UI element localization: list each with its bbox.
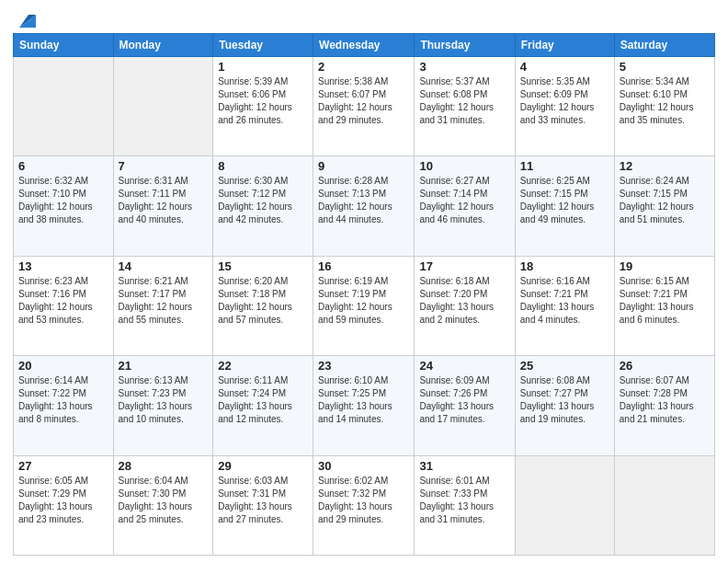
day-number: 28 — [119, 459, 209, 473]
day-info: Sunrise: 6:21 AM Sunset: 7:17 PM Dayligh… — [119, 275, 209, 327]
day-number: 13 — [18, 259, 108, 273]
logo — [13, 13, 36, 31]
day-info: Sunrise: 6:19 AM Sunset: 7:19 PM Dayligh… — [318, 275, 409, 327]
calendar-cell: 14Sunrise: 6:21 AM Sunset: 7:17 PM Dayli… — [113, 256, 213, 355]
calendar-cell: 12Sunrise: 6:24 AM Sunset: 7:15 PM Dayli… — [614, 156, 714, 256]
day-info: Sunrise: 6:27 AM Sunset: 7:14 PM Dayligh… — [419, 175, 509, 226]
calendar-table: SundayMondayTuesdayWednesdayThursdayFrid… — [13, 33, 715, 556]
day-number: 7 — [119, 159, 209, 173]
day-info: Sunrise: 6:32 AM Sunset: 7:10 PM Dayligh… — [18, 175, 108, 226]
day-info: Sunrise: 6:28 AM Sunset: 7:13 PM Dayligh… — [318, 175, 409, 226]
day-info: Sunrise: 6:01 AM Sunset: 7:33 PM Dayligh… — [419, 475, 509, 526]
day-info: Sunrise: 6:14 AM Sunset: 7:22 PM Dayligh… — [18, 374, 108, 426]
calendar-cell: 30Sunrise: 6:02 AM Sunset: 7:32 PM Dayli… — [313, 455, 415, 555]
day-info: Sunrise: 5:35 AM Sunset: 6:09 PM Dayligh… — [520, 75, 609, 127]
week-row-1: 6Sunrise: 6:32 AM Sunset: 7:10 PM Daylig… — [14, 156, 715, 256]
day-number: 27 — [18, 459, 108, 473]
weekday-wednesday: Wednesday — [313, 34, 415, 57]
day-number: 23 — [318, 359, 409, 373]
day-info: Sunrise: 6:09 AM Sunset: 7:26 PM Dayligh… — [419, 374, 509, 426]
day-number: 12 — [620, 159, 710, 173]
day-info: Sunrise: 6:30 AM Sunset: 7:12 PM Dayligh… — [218, 175, 308, 226]
day-info: Sunrise: 6:02 AM Sunset: 7:32 PM Dayligh… — [318, 475, 409, 526]
day-number: 4 — [520, 60, 609, 74]
day-info: Sunrise: 6:15 AM Sunset: 7:21 PM Dayligh… — [620, 275, 710, 327]
weekday-sunday: Sunday — [14, 34, 114, 57]
calendar-header: SundayMondayTuesdayWednesdayThursdayFrid… — [14, 34, 715, 57]
week-row-0: 1Sunrise: 5:39 AM Sunset: 6:06 PM Daylig… — [14, 57, 715, 156]
day-info: Sunrise: 6:25 AM Sunset: 7:15 PM Dayligh… — [520, 175, 609, 226]
day-info: Sunrise: 6:03 AM Sunset: 7:31 PM Dayligh… — [218, 475, 308, 526]
calendar-cell: 11Sunrise: 6:25 AM Sunset: 7:15 PM Dayli… — [515, 156, 614, 256]
day-info: Sunrise: 5:37 AM Sunset: 6:08 PM Dayligh… — [419, 75, 509, 127]
weekday-header-row: SundayMondayTuesdayWednesdayThursdayFrid… — [14, 34, 715, 57]
day-number: 15 — [218, 259, 308, 273]
day-info: Sunrise: 5:39 AM Sunset: 6:06 PM Dayligh… — [218, 75, 308, 127]
weekday-saturday: Saturday — [614, 34, 714, 57]
calendar-cell: 5Sunrise: 5:34 AM Sunset: 6:10 PM Daylig… — [614, 57, 714, 156]
day-number: 25 — [520, 359, 609, 373]
day-number: 20 — [18, 359, 108, 373]
day-number: 19 — [620, 259, 710, 273]
calendar-cell: 4Sunrise: 5:35 AM Sunset: 6:09 PM Daylig… — [515, 57, 614, 156]
day-number: 2 — [318, 60, 409, 74]
calendar-cell: 15Sunrise: 6:20 AM Sunset: 7:18 PM Dayli… — [213, 256, 313, 355]
weekday-monday: Monday — [113, 34, 213, 57]
calendar-cell — [14, 57, 114, 156]
calendar-cell: 13Sunrise: 6:23 AM Sunset: 7:16 PM Dayli… — [14, 256, 114, 355]
calendar-cell: 1Sunrise: 5:39 AM Sunset: 6:06 PM Daylig… — [213, 57, 313, 156]
calendar-cell: 3Sunrise: 5:37 AM Sunset: 6:08 PM Daylig… — [415, 57, 515, 156]
calendar-cell: 26Sunrise: 6:07 AM Sunset: 7:28 PM Dayli… — [614, 356, 714, 455]
calendar-cell: 29Sunrise: 6:03 AM Sunset: 7:31 PM Dayli… — [213, 455, 313, 555]
day-info: Sunrise: 6:24 AM Sunset: 7:15 PM Dayligh… — [620, 175, 710, 226]
weekday-tuesday: Tuesday — [213, 34, 313, 57]
calendar-page: SundayMondayTuesdayWednesdayThursdayFrid… — [0, 0, 728, 563]
calendar-cell: 28Sunrise: 6:04 AM Sunset: 7:30 PM Dayli… — [113, 455, 213, 555]
calendar-cell — [113, 57, 213, 156]
calendar-cell — [614, 455, 714, 555]
day-number: 29 — [218, 459, 308, 473]
week-row-3: 20Sunrise: 6:14 AM Sunset: 7:22 PM Dayli… — [14, 356, 715, 455]
calendar-cell: 6Sunrise: 6:32 AM Sunset: 7:10 PM Daylig… — [14, 156, 114, 256]
calendar-cell: 31Sunrise: 6:01 AM Sunset: 7:33 PM Dayli… — [415, 455, 515, 555]
calendar-cell: 21Sunrise: 6:13 AM Sunset: 7:23 PM Dayli… — [113, 356, 213, 455]
calendar-cell — [515, 455, 614, 555]
calendar-cell: 17Sunrise: 6:18 AM Sunset: 7:20 PM Dayli… — [415, 256, 515, 355]
calendar-cell: 8Sunrise: 6:30 AM Sunset: 7:12 PM Daylig… — [213, 156, 313, 256]
day-number: 11 — [520, 159, 609, 173]
day-number: 24 — [419, 359, 509, 373]
day-number: 21 — [119, 359, 209, 373]
day-info: Sunrise: 6:20 AM Sunset: 7:18 PM Dayligh… — [218, 275, 308, 327]
day-number: 3 — [419, 60, 509, 74]
day-number: 10 — [419, 159, 509, 173]
day-info: Sunrise: 6:05 AM Sunset: 7:29 PM Dayligh… — [18, 475, 108, 526]
calendar-cell: 22Sunrise: 6:11 AM Sunset: 7:24 PM Dayli… — [213, 356, 313, 455]
day-number: 31 — [419, 459, 509, 473]
day-info: Sunrise: 6:04 AM Sunset: 7:30 PM Dayligh… — [119, 475, 209, 526]
day-number: 1 — [218, 60, 308, 74]
day-info: Sunrise: 6:08 AM Sunset: 7:27 PM Dayligh… — [520, 374, 609, 426]
calendar-cell: 20Sunrise: 6:14 AM Sunset: 7:22 PM Dayli… — [14, 356, 114, 455]
calendar-cell: 27Sunrise: 6:05 AM Sunset: 7:29 PM Dayli… — [14, 455, 114, 555]
day-info: Sunrise: 6:11 AM Sunset: 7:24 PM Dayligh… — [218, 374, 308, 426]
day-info: Sunrise: 6:07 AM Sunset: 7:28 PM Dayligh… — [620, 374, 710, 426]
calendar-cell: 2Sunrise: 5:38 AM Sunset: 6:07 PM Daylig… — [313, 57, 415, 156]
calendar-body: 1Sunrise: 5:39 AM Sunset: 6:06 PM Daylig… — [14, 57, 715, 556]
calendar-cell: 25Sunrise: 6:08 AM Sunset: 7:27 PM Dayli… — [515, 356, 614, 455]
calendar-cell: 24Sunrise: 6:09 AM Sunset: 7:26 PM Dayli… — [415, 356, 515, 455]
day-number: 22 — [218, 359, 308, 373]
day-info: Sunrise: 5:38 AM Sunset: 6:07 PM Dayligh… — [318, 75, 409, 127]
weekday-thursday: Thursday — [415, 34, 515, 57]
weekday-friday: Friday — [515, 34, 614, 57]
calendar-cell: 9Sunrise: 6:28 AM Sunset: 7:13 PM Daylig… — [313, 156, 415, 256]
day-number: 5 — [620, 60, 710, 74]
day-info: Sunrise: 6:31 AM Sunset: 7:11 PM Dayligh… — [119, 175, 209, 226]
day-info: Sunrise: 5:34 AM Sunset: 6:10 PM Dayligh… — [620, 75, 710, 127]
week-row-4: 27Sunrise: 6:05 AM Sunset: 7:29 PM Dayli… — [14, 455, 715, 555]
week-row-2: 13Sunrise: 6:23 AM Sunset: 7:16 PM Dayli… — [14, 256, 715, 355]
calendar-cell: 19Sunrise: 6:15 AM Sunset: 7:21 PM Dayli… — [614, 256, 714, 355]
day-number: 9 — [318, 159, 409, 173]
day-info: Sunrise: 6:18 AM Sunset: 7:20 PM Dayligh… — [419, 275, 509, 327]
calendar-cell: 7Sunrise: 6:31 AM Sunset: 7:11 PM Daylig… — [113, 156, 213, 256]
calendar-cell: 16Sunrise: 6:19 AM Sunset: 7:19 PM Dayli… — [313, 256, 415, 355]
